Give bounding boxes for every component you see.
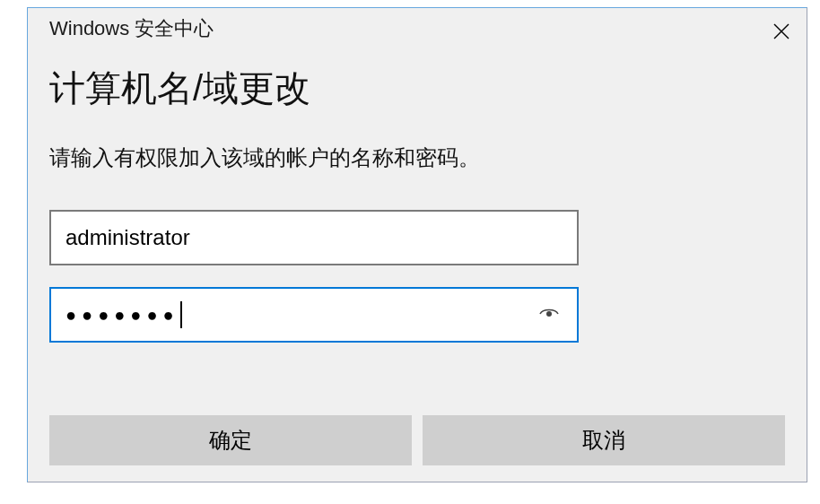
text-cursor [180, 301, 182, 328]
ok-button[interactable]: 确定 [49, 415, 412, 465]
close-icon [772, 22, 790, 40]
titlebar: Windows 安全中心 [28, 8, 807, 48]
password-field[interactable]: ●●●●●●● [49, 287, 579, 343]
credential-dialog: Windows 安全中心 计算机名/域更改 请输入有权限加入该域的帐户的名称和密… [27, 7, 807, 482]
button-row: 确定 取消 [49, 415, 785, 465]
dialog-content: 计算机名/域更改 请输入有权限加入该域的帐户的名称和密码。 administra… [28, 48, 807, 343]
dialog-heading: 计算机名/域更改 [49, 64, 785, 113]
dialog-title: Windows 安全中心 [49, 15, 214, 42]
cancel-button[interactable]: 取消 [423, 415, 785, 465]
password-mask: ●●●●●●● [65, 306, 179, 324]
svg-point-2 [547, 312, 551, 316]
username-value: administrator [65, 225, 190, 250]
close-button[interactable] [760, 15, 803, 48]
password-reveal-button[interactable] [536, 301, 563, 328]
ok-button-label: 确定 [209, 426, 252, 455]
eye-icon [538, 304, 560, 326]
username-field[interactable]: administrator [49, 210, 579, 265]
cancel-button-label: 取消 [582, 426, 625, 455]
dialog-instruction: 请输入有权限加入该域的帐户的名称和密码。 [49, 143, 785, 172]
